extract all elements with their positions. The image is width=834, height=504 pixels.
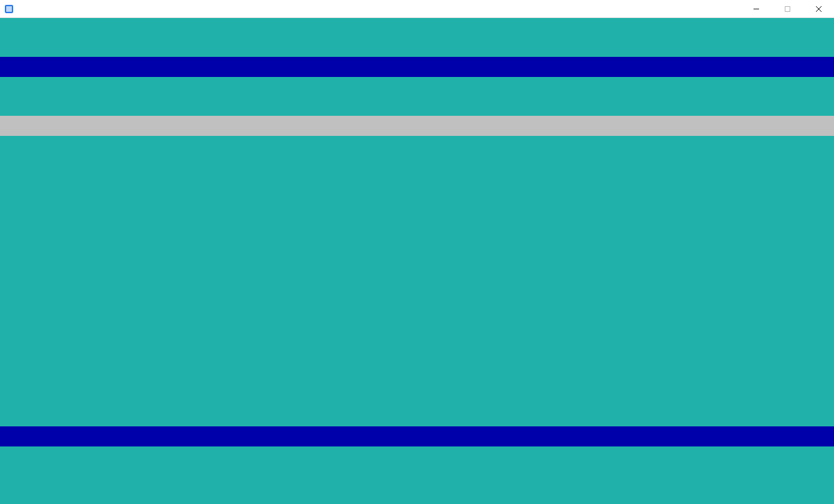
info-panel	[577, 290, 824, 329]
bios-screen	[0, 18, 834, 504]
bios-header	[0, 57, 834, 77]
panels	[3, 290, 831, 329]
footer-keys	[0, 426, 834, 446]
workspace	[0, 194, 834, 369]
window-titlebar	[0, 0, 834, 18]
svg-rect-3	[785, 6, 790, 11]
close-button[interactable]	[803, 0, 834, 18]
tree-panel	[10, 290, 577, 329]
minimize-button[interactable]	[740, 0, 772, 18]
maximize-button	[772, 0, 803, 18]
window-buttons	[740, 0, 834, 18]
menu-bar	[0, 116, 834, 136]
svg-rect-1	[6, 6, 12, 12]
app-icon	[4, 4, 14, 14]
